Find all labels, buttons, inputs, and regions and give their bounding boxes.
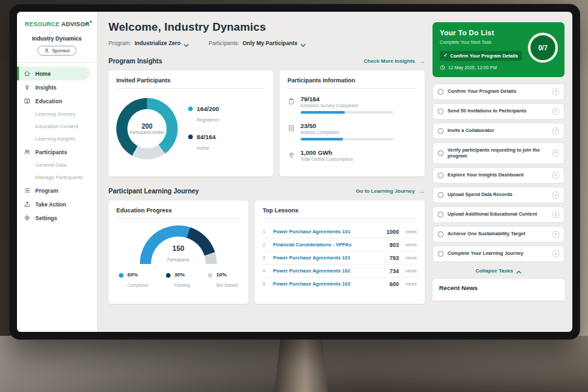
participants-filter-dropdown[interactable]: Participants: Only My Participants	[208, 40, 306, 46]
todo-progress-ring: 0/7	[528, 33, 558, 63]
progress-bar-fill	[301, 138, 343, 140]
task-checkbox[interactable]	[438, 128, 444, 134]
program-filter-label: Program:	[108, 40, 131, 46]
lesson-link[interactable]: Power Purchase Agreements 103	[273, 281, 384, 287]
sidebar-nav: Home Insights Education Learning	[17, 62, 97, 225]
lesson-views: 793	[389, 255, 399, 261]
lesson-views: 803	[389, 242, 399, 248]
go-to-learning-journey-link[interactable]: Go to Learning Journey →	[356, 188, 425, 195]
clock-icon	[440, 65, 446, 71]
task-checkbox[interactable]	[438, 251, 444, 257]
person-icon	[44, 48, 50, 54]
sidebar-item[interactable]: Settings	[17, 211, 97, 225]
sidebar-item[interactable]: Education	[17, 94, 97, 108]
legend-label: Pending	[174, 283, 190, 287]
task-row[interactable]: Upload Spend Data Records ›	[433, 187, 564, 203]
sidebar-item[interactable]: General Data	[17, 159, 97, 171]
learning-cards-row: Education Progress 150 Participants	[108, 201, 425, 304]
task-row[interactable]: Explore Your Insights Dashboard ›	[433, 167, 564, 184]
learning-journey-title: Participant Learning Journey	[108, 188, 199, 195]
sidebar-item[interactable]: Education Content	[17, 120, 97, 133]
task-checkbox[interactable]	[438, 89, 444, 95]
check-icon: ✓	[444, 53, 448, 58]
donut-legend: 164/200 Registered 84/164 Active	[188, 105, 219, 152]
stat-emission-survey: 79/164 Emission Survey Completed	[287, 95, 417, 114]
legend-text: 60% Completed	[127, 272, 148, 289]
sidebar-item[interactable]: Insights	[17, 80, 97, 94]
lesson-row[interactable]: 4 Power Purchase Agreements 102 734 view…	[263, 265, 417, 278]
lesson-link[interactable]: Power Purchase Agreements 101	[273, 229, 382, 235]
task-label: Complete Your Learning Journey	[448, 250, 548, 257]
card-title: Invited Participants	[116, 77, 265, 89]
page-title: Welcome, Industry Dynamics	[108, 21, 425, 34]
sidebar-item-label: Education	[35, 98, 62, 105]
chevron-right-icon[interactable]: ›	[552, 150, 559, 157]
filter-bar: Program: Industrialize Zero Participants…	[108, 40, 425, 46]
chevron-right-icon[interactable]: ›	[552, 108, 559, 115]
sidebar-item[interactable]: Manage Participants	[17, 171, 97, 184]
sidebar-item[interactable]: Home	[17, 67, 90, 80]
sidebar-item[interactable]: Learning Insights	[17, 133, 97, 145]
chevron-right-icon[interactable]: ›	[552, 88, 559, 95]
participants-filter-value: Only My Participants	[242, 40, 297, 46]
task-checkbox[interactable]	[438, 150, 444, 156]
task-checkbox[interactable]	[438, 172, 444, 178]
task-row[interactable]: Complete Your Learning Journey ›	[433, 246, 564, 262]
task-row[interactable]: Verify participants requesting to join t…	[433, 142, 564, 164]
lesson-link[interactable]: Power Purchase Agreements 101	[273, 255, 384, 261]
task-checkbox[interactable]	[438, 108, 444, 114]
lesson-views-unit: views	[405, 242, 417, 247]
nav-item-icon	[24, 84, 31, 91]
monitor-bezel: RESOURCE ADVISOR+ Industry Dynamics Spon…	[9, 4, 580, 340]
sidebar-item[interactable]: Participants	[17, 145, 97, 159]
nav-item-icon	[24, 97, 31, 105]
task-checkbox[interactable]	[438, 212, 444, 218]
lesson-rank: 3	[263, 255, 268, 260]
monitor-stand	[274, 335, 328, 392]
task-row[interactable]: Confirm Your Program Details ›	[433, 84, 564, 100]
check-more-insights-link[interactable]: Check More Insights →	[364, 58, 425, 65]
chevron-right-icon[interactable]: ›	[552, 172, 559, 179]
legend-dot	[166, 273, 171, 278]
task-row[interactable]: Invite a Collaborator ›	[433, 123, 564, 139]
chevron-right-icon[interactable]: ›	[552, 191, 559, 199]
sidebar-item[interactable]: Learning Journey	[17, 108, 97, 120]
lesson-row[interactable]: 5 Power Purchase Agreements 103 600 view…	[263, 278, 417, 290]
task-checkbox[interactable]	[438, 231, 444, 237]
collapse-label: Collapse Tasks	[476, 268, 514, 274]
task-checkbox[interactable]	[438, 192, 444, 198]
task-row[interactable]: Send 50 Invitations to Participants ›	[433, 103, 564, 120]
task-row[interactable]: Upload Additional Educational Content ›	[433, 206, 564, 223]
sidebar-item[interactable]: Program	[17, 184, 97, 197]
collapse-tasks-link[interactable]: Collapse Tasks	[476, 268, 522, 274]
chevron-right-icon[interactable]: ›	[552, 231, 559, 238]
todo-progress-value: 0/7	[538, 44, 547, 52]
legend-value: 84/164	[197, 133, 216, 140]
invited-donut-chart: 200 Participants Invited	[116, 98, 178, 159]
card-title: Education Progress	[116, 207, 240, 219]
lesson-link[interactable]: Financial Considerations - VPPAs	[273, 242, 384, 248]
chevron-up-icon	[516, 269, 521, 272]
task-row[interactable]: Achieve One Sustainability Target ›	[433, 226, 564, 242]
lesson-row[interactable]: 3 Power Purchase Agreements 101 793 view…	[263, 252, 417, 265]
sidebar-item-label: Participants	[35, 149, 67, 155]
education-progress-card: Education Progress 150 Participants	[108, 201, 248, 304]
todo-next-task[interactable]: ✓ Confirm Your Program Details	[440, 51, 522, 61]
todo-next-task-label: Confirm Your Program Details	[450, 53, 518, 59]
chevron-right-icon[interactable]: ›	[552, 211, 559, 218]
program-filter-dropdown[interactable]: Program: Industrialize Zero	[108, 40, 189, 46]
gauge-center: 150 Participants	[140, 244, 217, 264]
stat-value: 79/164	[301, 95, 393, 103]
sponsor-badge[interactable]: Sponsor	[37, 46, 77, 56]
lesson-row[interactable]: 1 Power Purchase Agreements 101 1000 vie…	[263, 225, 417, 238]
progress-bar-fill	[301, 111, 345, 114]
chevron-right-icon[interactable]: ›	[552, 127, 559, 135]
sidebar-item[interactable]: Take Action	[17, 197, 97, 211]
lesson-link[interactable]: Power Purchase Agreements 102	[273, 268, 384, 274]
gauge-legend: 60% Completed 30% Pending	[116, 265, 240, 289]
legend-registered: 164/200 Registered	[188, 105, 219, 124]
todo-hero-card: Your To Do List Complete Your Next Task:…	[433, 22, 564, 77]
lesson-row[interactable]: 2 Financial Considerations - VPPAs 803 v…	[263, 238, 417, 252]
lesson-views: 1000	[387, 229, 399, 235]
chevron-right-icon[interactable]: ›	[552, 250, 559, 257]
